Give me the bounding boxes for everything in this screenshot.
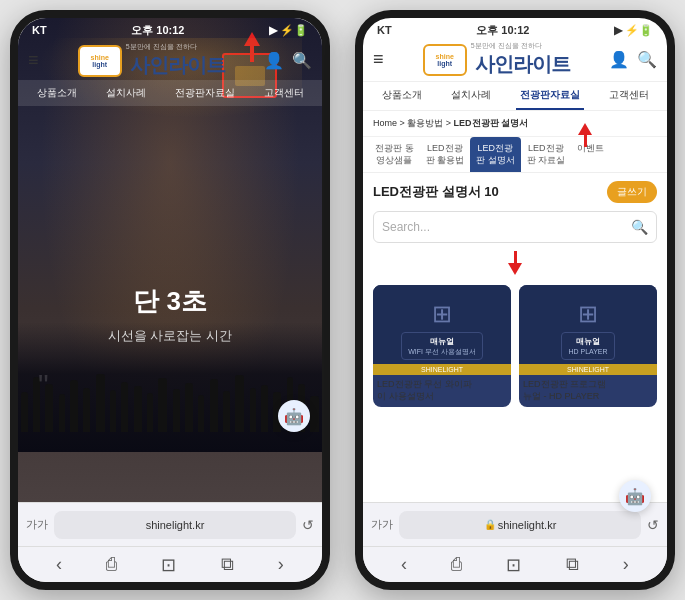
breadcrumb-sep1: > <box>397 118 407 128</box>
left-nav-support[interactable]: 고객센터 <box>260 80 308 106</box>
right-card-1-badge: 매뉴얼 WIFI 무선 사용설명서 <box>401 332 483 360</box>
left-logo: shine light <box>78 45 122 77</box>
left-hero-title: 단 3초 <box>18 284 322 319</box>
left-search-icon[interactable]: 🔍 <box>292 51 312 70</box>
left-nav: 상품소개 설치사례 전광판자료실 고객센터 <box>18 80 322 106</box>
left-browser-actions: ‹ ⎙ ⊡ ⧉ › <box>18 546 322 582</box>
right-tabs-btn[interactable]: ⧉ <box>566 554 579 575</box>
right-back-btn[interactable]: ‹ <box>401 554 407 575</box>
right-chat-bubble[interactable]: 🤖 <box>619 480 651 502</box>
right-search-bar[interactable]: Search... 🔍 <box>373 211 657 243</box>
right-lock-icon: 🔒 <box>484 519 496 530</box>
right-status-bar: KT 오후 10:12 ▶ ⚡🔋 <box>363 18 667 40</box>
left-bookmarks-btn[interactable]: ⊡ <box>161 554 176 576</box>
right-arrow-up <box>578 123 592 147</box>
right-share-btn[interactable]: ⎙ <box>451 554 462 575</box>
right-cards-grid: ⊞ 매뉴얼 WIFI 무선 사용설명서 SHINELIGHT LED전광판 무선… <box>363 273 667 412</box>
right-carrier: KT <box>377 24 392 36</box>
left-logo-shine: shine <box>91 54 109 61</box>
right-bookmarks-btn[interactable]: ⊡ <box>506 554 521 576</box>
right-sub-nav: 전광판 동영상샘플 LED전광판 활용법 LED전광판 설명서 LED전광판 자… <box>363 137 667 173</box>
left-url-bar[interactable]: shinelight.kr <box>54 511 296 539</box>
left-hero-subtitle: 시선을 사로잡는 시간 <box>18 327 322 345</box>
right-card-1[interactable]: ⊞ 매뉴얼 WIFI 무선 사용설명서 SHINELIGHT LED전광판 무선… <box>373 285 511 406</box>
right-brand: 사인라이트 <box>475 51 570 78</box>
left-hamburger[interactable]: ≡ <box>28 50 39 71</box>
right-text-size[interactable]: 가가 <box>371 517 393 532</box>
left-back-btn[interactable]: ‹ <box>56 554 62 575</box>
left-brand: 사인라이트 <box>130 52 225 79</box>
right-section-header: LED전광판 설명서 10 글쓰기 <box>363 173 667 211</box>
right-nav-docs[interactable]: 전광판자료실 <box>516 82 584 110</box>
right-search-placeholder: Search... <box>382 220 625 234</box>
breadcrumb-sep2: > <box>443 118 453 128</box>
right-card-2-icon: ⊞ <box>578 300 598 328</box>
right-card-1-img: ⊞ 매뉴얼 WIFI 무선 사용설명서 SHINELIGHT <box>373 285 511 375</box>
right-status-icons: ▶ ⚡🔋 <box>614 24 653 37</box>
left-nav-products[interactable]: 상품소개 <box>33 80 81 106</box>
right-card-2-badge: 매뉴얼 HD PLAYER <box>561 332 614 360</box>
subnav-usage[interactable]: LED전광판 활용법 <box>420 137 471 172</box>
left-tabs-btn[interactable]: ⧉ <box>221 554 234 575</box>
right-person-icon[interactable]: 👤 <box>609 50 629 69</box>
breadcrumb-page: LED전광판 설명서 <box>454 118 529 128</box>
right-section-title: LED전광판 설명서 10 <box>373 183 499 201</box>
right-phone: KT 오후 10:12 ▶ ⚡🔋 ≡ shine light 5분만에 진심을 … <box>355 10 675 590</box>
left-browser-bar: 가가 shinelight.kr ↺ <box>18 502 322 546</box>
subnav-manual[interactable]: LED전광판 설명서 <box>470 137 521 172</box>
left-status-bar: KT 오후 10:12 ▶ ⚡🔋 <box>18 18 322 40</box>
left-header: ≡ shine light 5분만에 진심을 전하다 사인라이트 👤 🔍 <box>18 38 322 83</box>
right-logo-shine: shine <box>436 53 454 60</box>
right-nav-cases[interactable]: 설치사례 <box>447 82 495 110</box>
right-forward-btn[interactable]: › <box>623 554 629 575</box>
left-carrier: KT <box>32 24 47 36</box>
right-card-1-title: LED전광판 무선 와이파이 사용설명서 <box>373 375 511 406</box>
right-card-2-title: LED전광판 프로그램뉴얼 - HD PLAYER <box>519 375 657 406</box>
right-nav: 상품소개 설치사례 전광판자료실 고객센터 <box>363 82 667 111</box>
breadcrumb-cat: 활용방법 <box>407 118 443 128</box>
right-card-2-img: ⊞ 매뉴얼 HD PLAYER SHINELIGHT <box>519 285 657 375</box>
left-time: 오후 10:12 <box>131 23 184 38</box>
right-url-bar[interactable]: 🔒 shinelight.kr <box>399 511 641 539</box>
left-logo-light: light <box>92 61 107 68</box>
left-phone: KT 오후 10:12 ▶ ⚡🔋 <box>10 10 330 590</box>
left-text-size[interactable]: 가가 <box>26 517 48 532</box>
right-card-2[interactable]: ⊞ 매뉴얼 HD PLAYER SHINELIGHT LED전광판 프로그램뉴얼… <box>519 285 657 406</box>
left-share-btn[interactable]: ⎙ <box>106 554 117 575</box>
right-search-icon[interactable]: 🔍 <box>637 50 657 69</box>
right-nav-support[interactable]: 고객센터 <box>605 82 653 110</box>
right-time: 오후 10:12 <box>476 23 529 38</box>
right-nav-products[interactable]: 상품소개 <box>378 82 426 110</box>
right-logo: shine light <box>423 44 467 76</box>
left-status-icons: ▶ ⚡🔋 <box>269 24 308 37</box>
right-write-btn[interactable]: 글쓰기 <box>607 181 657 203</box>
left-tagline: 5분만에 진심을 전하다 <box>126 42 197 52</box>
left-person-icon[interactable]: 👤 <box>264 51 284 70</box>
right-content: Home > 활용방법 > LED전광판 설명서 전광판 동영상샘플 LED전광… <box>363 111 667 502</box>
left-reload-btn[interactable]: ↺ <box>302 517 314 533</box>
left-quote: " <box>38 368 49 402</box>
right-hamburger[interactable]: ≡ <box>373 49 384 70</box>
right-arrow-down <box>508 251 522 275</box>
left-chat-bubble[interactable]: 🤖 <box>278 400 310 432</box>
left-forward-btn[interactable]: › <box>278 554 284 575</box>
right-search-icon-inner: 🔍 <box>631 219 648 235</box>
right-breadcrumb: Home > 활용방법 > LED전광판 설명서 <box>363 111 667 137</box>
subnav-wrapper: 전광판 동영상샘플 LED전광판 활용법 LED전광판 설명서 LED전광판 자… <box>363 137 667 173</box>
right-card-1-brand: SHINELIGHT <box>373 364 511 375</box>
right-logo-light: light <box>437 60 452 67</box>
right-header: ≡ shine light 5분만에 진심을 전하다 사인라이트 👤 🔍 <box>363 38 667 82</box>
left-hero: ≡ shine light 5분만에 진심을 전하다 사인라이트 👤 🔍 <box>18 18 322 502</box>
right-card-2-brand: SHINELIGHT <box>519 364 657 375</box>
right-reload-btn[interactable]: ↺ <box>647 517 659 533</box>
left-nav-docs[interactable]: 전광판자료실 <box>171 80 239 106</box>
left-nav-cases[interactable]: 설치사례 <box>102 80 150 106</box>
right-url-text: shinelight.kr <box>498 519 557 531</box>
right-browser-bar: 가가 🔒 shinelight.kr ↺ <box>363 502 667 546</box>
breadcrumb-home: Home <box>373 118 397 128</box>
subnav-video[interactable]: 전광판 동영상샘플 <box>369 137 420 172</box>
subnav-library[interactable]: LED전광판 자료실 <box>521 137 572 172</box>
right-tagline: 5분만에 진심을 전하다 <box>471 41 542 51</box>
search-wrapper: Search... 🔍 <box>363 211 667 249</box>
right-card-1-icon: ⊞ <box>432 300 452 328</box>
